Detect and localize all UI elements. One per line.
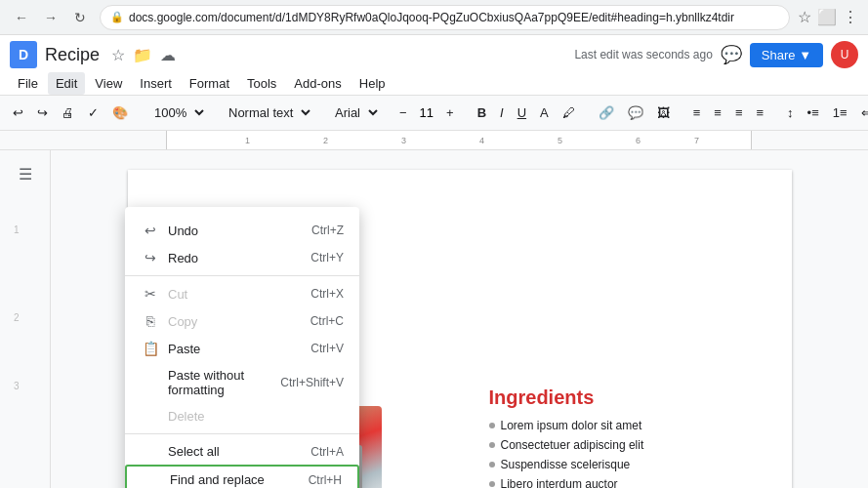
undo-icon: ↩ — [141, 223, 160, 238]
page-area: wberry la akes — [51, 150, 868, 488]
ingredient-2: Consectetuer adipiscing elit — [489, 438, 743, 452]
align-center[interactable]: ≡ — [709, 102, 726, 123]
ruler-mark-4: 4 — [479, 136, 484, 145]
format-bar: ↩ ↪ 🖨 ✓ 🎨 100% Normal text Arial − 11 + … — [0, 96, 868, 131]
star-icon[interactable]: ☆ — [111, 46, 125, 64]
copy-item: ⎘ Copy Ctrl+C — [125, 307, 359, 335]
undo-redo-group: ↩ Undo Ctrl+Z ↪ Redo Ctrl+Y — [125, 213, 359, 276]
menu-tools[interactable]: Tools — [239, 72, 284, 95]
ingredient-text-4: Libero interdum auctor — [501, 477, 618, 488]
paste-label: Paste — [168, 342, 310, 356]
select-find-group: Select all Ctrl+A Find and replace Ctrl+… — [125, 434, 359, 488]
zoom-select[interactable]: 100% — [146, 102, 207, 123]
bullet-list[interactable]: •≡ — [803, 102, 824, 123]
back-button[interactable]: ← — [10, 6, 33, 29]
outline-icon[interactable]: ☰ — [14, 160, 37, 188]
menu-insert[interactable]: Insert — [132, 72, 180, 95]
redo-button[interactable]: ↪ — [32, 102, 53, 123]
align-justify[interactable]: ≡ — [752, 102, 769, 123]
find-replace-shortcut: Ctrl+H — [309, 473, 342, 487]
browser-actions: ☆ ⬜ ⋮ — [798, 8, 858, 26]
ruler-mark-7: 7 — [694, 136, 699, 145]
doc-icon: D — [10, 41, 37, 68]
spell-button[interactable]: ✓ — [83, 102, 103, 123]
undo-item[interactable]: ↩ Undo Ctrl+Z — [125, 217, 359, 244]
align-left[interactable]: ≡ — [688, 102, 706, 123]
line-spacing[interactable]: ↕ — [782, 102, 799, 123]
ingredient-text-3: Suspendisse scelerisque — [501, 458, 631, 471]
main-area: ☰ 1 2 3 wberry la akes — [0, 150, 868, 488]
align-right[interactable]: ≡ — [730, 102, 748, 123]
find-replace-label: Find and replace — [170, 472, 309, 487]
last-edit: Last edit was seconds ago — [574, 48, 712, 61]
reload-button[interactable]: ↻ — [68, 6, 92, 29]
page-number-1: 1 — [14, 224, 20, 235]
font-select[interactable]: Arial — [327, 102, 381, 123]
find-replace-item[interactable]: Find and replace Ctrl+H — [125, 465, 359, 488]
browser-bar: ← → ↻ 🔒 docs.google.com/document/d/1dMDY… — [0, 0, 868, 35]
menu-help[interactable]: Help — [351, 72, 393, 95]
address-bar[interactable]: 🔒 docs.google.com/document/d/1dMDY8RyRfw… — [100, 5, 790, 30]
paste-item[interactable]: 📋 Paste Ctrl+V — [125, 335, 359, 362]
redo-item[interactable]: ↪ Redo Ctrl+Y — [125, 244, 359, 271]
comment-button[interactable]: 💬 — [623, 102, 648, 123]
highlight-button[interactable]: 🖊 — [558, 102, 580, 123]
bookmark-icon[interactable]: ☆ — [798, 8, 811, 26]
ruler-mark-3: 3 — [401, 136, 406, 145]
font-size-decrease[interactable]: − — [394, 102, 412, 123]
print-button[interactable]: 🖨 — [57, 102, 79, 123]
doc-title: Recipe — [45, 45, 100, 65]
ruler-mark-2: 2 — [323, 136, 328, 145]
menu-format[interactable]: Format — [182, 72, 237, 95]
ruler-mark-6: 6 — [636, 136, 641, 145]
undo-shortcut: Ctrl+Z — [311, 224, 344, 237]
cut-item: ✂ Cut Ctrl+X — [125, 280, 359, 307]
user-avatar[interactable]: U — [831, 41, 858, 68]
underline-button[interactable]: U — [513, 102, 531, 123]
redo-label: Redo — [168, 251, 310, 265]
bold-button[interactable]: B — [473, 102, 491, 123]
select-all-label: Select all — [168, 444, 310, 459]
tab-icon[interactable]: ⬜ — [817, 8, 837, 26]
link-button[interactable]: 🔗 — [594, 102, 619, 123]
font-size-increase[interactable]: + — [441, 102, 459, 123]
forward-button[interactable]: → — [39, 6, 62, 29]
lock-icon: 🔒 — [110, 11, 124, 23]
paste-no-format-label: Paste without formatting — [168, 368, 280, 397]
page-number-3: 3 — [14, 381, 20, 391]
ruler: 1 2 3 4 5 6 7 — [0, 131, 868, 150]
italic-button[interactable]: I — [495, 102, 509, 123]
font-size-display: 11 — [416, 105, 437, 120]
copy-shortcut: Ctrl+C — [310, 314, 344, 328]
ingredient-3: Suspendisse scelerisque — [489, 458, 743, 471]
header-right-icons: 💬 Share ▼ U — [721, 41, 858, 68]
bullet-1 — [489, 423, 495, 428]
chat-icon[interactable]: 💬 — [721, 44, 742, 65]
undo-button[interactable]: ↩ — [8, 102, 28, 123]
numbered-list[interactable]: 1≡ — [828, 102, 852, 123]
paste-no-format-item[interactable]: Paste without formatting Ctrl+Shift+V — [125, 362, 359, 403]
paint-button[interactable]: 🎨 — [107, 102, 133, 123]
cloud-icon[interactable]: ☁ — [160, 46, 176, 64]
select-all-item[interactable]: Select all Ctrl+A — [125, 438, 359, 465]
paste-no-format-shortcut: Ctrl+Shift+V — [280, 376, 344, 389]
menu-addons[interactable]: Add-ons — [286, 72, 349, 95]
folder-icon[interactable]: 📁 — [133, 46, 152, 64]
bullet-3 — [489, 462, 495, 468]
delete-item: Delete — [125, 403, 359, 429]
redo-shortcut: Ctrl+Y — [310, 251, 344, 264]
ingredient-4: Libero interdum auctor — [489, 477, 743, 488]
more-icon[interactable]: ⋮ — [843, 8, 858, 26]
cut-label: Cut — [168, 287, 310, 302]
delete-label: Delete — [168, 409, 344, 424]
left-sidebar: ☰ 1 2 3 — [0, 150, 51, 488]
image-button[interactable]: 🖼 — [652, 102, 675, 123]
indent-decrease[interactable]: ⇐ — [856, 102, 868, 123]
color-button[interactable]: A — [535, 102, 554, 123]
style-select[interactable]: Normal text — [221, 102, 313, 123]
share-button[interactable]: Share ▼ — [750, 43, 823, 67]
undo-label: Undo — [168, 224, 311, 238]
menu-edit[interactable]: Edit — [48, 72, 85, 95]
menu-file[interactable]: File — [10, 72, 46, 95]
menu-view[interactable]: View — [87, 72, 130, 95]
